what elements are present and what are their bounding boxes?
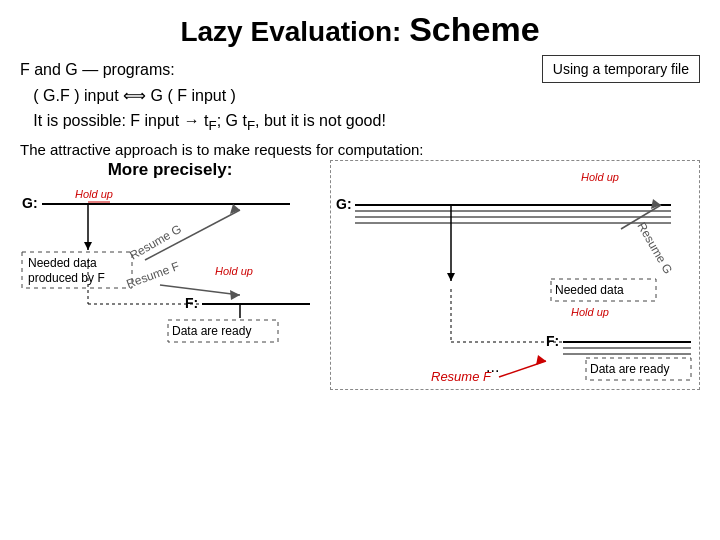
temp-file-box: Using a temporary file [542, 55, 700, 83]
intro-line2: ( G.F ) input ⟺ G ( F input ) [20, 83, 700, 109]
svg-marker-2 [84, 242, 92, 250]
attractive-text: The attractive approach is to make reque… [20, 141, 700, 158]
left-produced-by: produced by F [28, 271, 105, 285]
right-needed-data: Needed data [555, 283, 624, 297]
title-main: Scheme [409, 10, 539, 48]
svg-text:···: ··· [486, 362, 499, 379]
right-diagram-svg: Hold up G: Resume G Needed data [331, 161, 701, 391]
right-resume-f: Resume F [431, 369, 492, 384]
right-hold-up2: Hold up [571, 306, 609, 318]
right-resume-g: Resume G [634, 219, 675, 276]
right-g-label: G: [336, 196, 352, 212]
svg-marker-28 [536, 355, 546, 365]
slide: Lazy Evaluation: Scheme Using a temporar… [0, 0, 720, 540]
diagrams-container: More precisely: G: Hold up Needed data p… [20, 160, 700, 390]
svg-marker-19 [447, 273, 455, 281]
left-data-ready: Data are ready [172, 324, 251, 338]
left-g-label: G: [22, 195, 38, 211]
left-f-label: F: [185, 295, 198, 311]
title-prefix: Lazy Evaluation: [180, 16, 409, 47]
intro-section: Using a temporary file F and G — program… [20, 57, 700, 137]
left-diagram: More precisely: G: Hold up Needed data p… [20, 160, 320, 390]
left-diagram-svg: G: Hold up Needed data produced by F Res… [20, 160, 320, 370]
left-hold-up: Hold up [75, 188, 113, 200]
page-title: Lazy Evaluation: Scheme [20, 10, 700, 49]
intro-line3: It is possible: F input → tF; G tF, but … [20, 108, 700, 137]
left-resume-g: Resume G [127, 221, 184, 262]
left-hold-up2: Hold up [215, 265, 253, 277]
right-hold-up: Hold up [581, 171, 619, 183]
svg-marker-8 [230, 290, 240, 300]
right-data-ready: Data are ready [590, 362, 669, 376]
svg-line-7 [160, 285, 240, 295]
left-needed-data: Needed data [28, 256, 97, 270]
right-f-label: F: [546, 333, 559, 349]
right-diagram: Hold up G: Resume G Needed data [330, 160, 700, 390]
